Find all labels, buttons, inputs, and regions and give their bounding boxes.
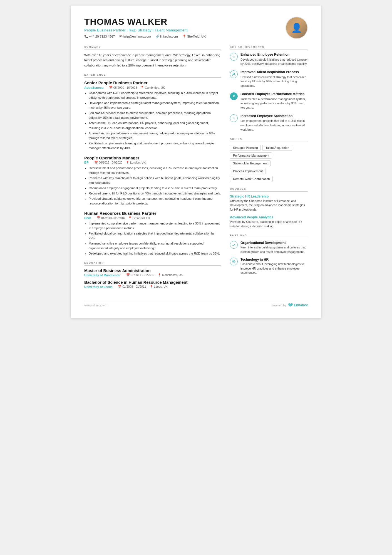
calendar-icon: 📅 [118, 285, 121, 288]
course-2-desc: Provided by Coursera, teaching in-depth … [230, 220, 308, 229]
course-1-title: Strategic HR Leadership [230, 194, 308, 198]
job-2-location: 📍 London, UK [126, 161, 145, 164]
achievement-1-desc: Developed strategic initiatives that red… [240, 58, 308, 66]
achievement-4-desc: Led engagement projects that led to a 15… [240, 119, 308, 132]
passions-section: PASSIONS Organisational Development Keen… [230, 234, 308, 275]
job-1: Senior People Business Partner AstraZene… [84, 80, 221, 151]
achievement-4: ☆ Increased Employee Satisfaction Led en… [230, 114, 308, 132]
bullet: Acted as the UK lead on international HR… [89, 121, 221, 130]
achievement-1: ☆ Enhanced Employee Retention Developed … [230, 53, 308, 66]
job-3-dates: 📅 01/2013 - 05/2016 [97, 216, 125, 220]
passion-1-desc: Keen interest in building systems and cu… [240, 245, 308, 254]
job-3-location: 📍 Brentford, UK [128, 216, 150, 220]
bullet: Oversaw talent and performance processes… [89, 166, 221, 175]
bullet: Partnered with key stakeholders to align… [89, 176, 221, 185]
right-column: KEY ACHIEVEMENTS ☆ Enhanced Employee Ret… [230, 46, 308, 294]
achievement-3-desc: Implemented a performance management sys… [240, 97, 308, 110]
passion-2-content: Technology in HR Passionate about levera… [240, 258, 308, 275]
linkedin-contact: 🔗 linkedin.com [155, 34, 178, 38]
bullet: Championed employee engagement projects,… [89, 186, 221, 191]
passion-2: Technology in HR Passionate about levera… [230, 258, 308, 275]
courses-section: COURSES Strategic HR Leadership Offered … [230, 188, 308, 229]
bullet: Facilitated comprehensive learning and d… [89, 141, 221, 151]
skills-label: SKILLS [230, 138, 308, 142]
edu-2-dates-loc: 📅 01/2008 - 01/2011 📍 Leeds, UK [118, 285, 167, 288]
achievement-3-icon: ♥ [230, 92, 238, 100]
job-2-dates-loc: 📅 06/2016 - 04/2020 📍 London, UK [94, 161, 146, 164]
experience-label: EXPERIENCE [84, 73, 221, 78]
candidate-title: People Business Partner | R&D Strategy |… [84, 28, 286, 32]
body-layout: SUMMARY With over 10 years of experience… [84, 46, 308, 294]
job-1-dates-loc: 📅 05/2020 - 10/2023 📍 Cambridge, UK [109, 86, 165, 89]
job-1-title: Senior People Business Partner [84, 80, 221, 85]
bullet: Implemented comprehensive performance ma… [89, 221, 221, 231]
achievement-2-icon [230, 70, 238, 78]
edu-1-degree: Master of Business Administration [84, 268, 221, 273]
linkedin-icon: 🔗 [155, 34, 159, 38]
job-1-dates: 📅 05/2020 - 10/2023 [109, 86, 137, 89]
edu-2-degree: Bachelor of Science in Human Resource Ma… [84, 280, 221, 285]
job-2-title: People Operations Manager [84, 156, 221, 160]
avatar-image: 👤 [286, 17, 307, 38]
summary-section: SUMMARY With over 10 years of experience… [84, 46, 221, 68]
pin-icon: 📍 [126, 161, 129, 164]
job-1-meta: AstraZeneca 📅 05/2020 - 10/2023 📍 Cambri… [84, 86, 221, 89]
header-left: THOMAS WALKER People Business Partner | … [84, 17, 286, 38]
skill-stakeholder-engagement: Stakeholder Engagement [230, 160, 271, 166]
pin-icon: 📍 [128, 216, 132, 220]
calendar-icon: 📅 [126, 273, 130, 277]
footer: www.enhancv.com Powered by Enhancv [84, 301, 308, 307]
edu-1-dates: 📅 01/2011 - 01/2012 [126, 273, 154, 277]
bullet: Managed sensitive employee issues confid… [89, 241, 221, 251]
achievement-3: ♥ Boosted Employee Performance Metrics I… [230, 92, 308, 110]
course-1-desc: Offered by the Chartered Institute of Pe… [230, 199, 308, 212]
job-3-title: Human Resources Business Partner [84, 211, 221, 216]
course-1: Strategic HR Leadership Offered by the C… [230, 194, 308, 212]
edu-2-dates: 📅 01/2008 - 01/2011 [118, 285, 146, 288]
skill-talent-acquisition: Talent Acquisition [262, 145, 292, 151]
candidate-name: THOMAS WALKER [84, 17, 286, 27]
skill-strategic-planning: Strategic Planning [230, 145, 261, 151]
job-2: People Operations Manager BP 📅 06/2016 -… [84, 156, 221, 206]
achievements-section: KEY ACHIEVEMENTS ☆ Enhanced Employee Ret… [230, 46, 308, 132]
avatar: 👤 [286, 17, 308, 39]
achievements-label: KEY ACHIEVEMENTS [230, 46, 308, 50]
edu-2-location: 📍 Leeds, UK [150, 285, 168, 288]
education-section: EDUCATION Master of Business Administrat… [84, 262, 221, 288]
edu-1-dates-loc: 📅 01/2011 - 01/2012 📍 Manchester, UK [126, 273, 183, 277]
resume-page: THOMAS WALKER People Business Partner | … [71, 6, 321, 318]
svg-point-1 [233, 261, 234, 262]
phone-contact: 📞 +44 20 7123 4567 [84, 34, 115, 38]
course-2-title: Advanced People Analytics [230, 215, 308, 219]
achievement-4-icon: ☆ [230, 114, 238, 122]
achievement-2-title: Improved Talent Acquisition Process [240, 70, 308, 75]
job-3: Human Resources Business Partner GSK 📅 0… [84, 211, 221, 256]
skill-process-improvement: Process Improvement [230, 168, 266, 174]
education-label: EDUCATION [84, 262, 221, 266]
bullet: Reduced time-to-fill for R&D positions b… [89, 191, 221, 196]
edu-1-location: 📍 Manchester, UK [158, 273, 183, 277]
achievement-3-content: Boosted Employee Performance Metrics Imp… [240, 92, 308, 110]
skills-section: SKILLS Strategic Planning Talent Acquisi… [230, 138, 308, 182]
bullet: Developed and implemented a strategic ta… [89, 101, 221, 110]
job-3-company: GSK [84, 216, 91, 220]
job-1-company: AstraZeneca [84, 86, 103, 89]
job-2-company: BP [84, 161, 89, 164]
experience-section: EXPERIENCE Senior People Business Partne… [84, 73, 221, 256]
job-1-bullets: Collaborated with R&D leadership to stre… [84, 91, 221, 151]
summary-label: SUMMARY [84, 46, 221, 50]
edu-2: Bachelor of Science in Human Resource Ma… [84, 280, 221, 288]
edu-1-school: University of Manchester [84, 273, 121, 277]
achievement-1-content: Enhanced Employee Retention Developed st… [240, 53, 308, 66]
summary-text: With over 10 years of experience in peop… [84, 53, 221, 68]
achievement-1-title: Enhanced Employee Retention [240, 53, 308, 57]
skills-grid: Strategic Planning Talent Acquisition Pe… [230, 145, 308, 182]
location-contact: 📍 Sheffield, UK [182, 34, 206, 38]
passions-label: PASSIONS [230, 234, 308, 238]
passion-2-icon [230, 258, 238, 265]
job-3-dates-loc: 📅 01/2013 - 05/2016 📍 Brentford, UK [97, 216, 150, 220]
job-1-location: 📍 Cambridge, UK [140, 86, 165, 89]
bullet: Provided strategic guidance on workforce… [89, 196, 221, 206]
passion-1-title: Organisational Development [240, 241, 308, 245]
email-icon: ✉ [119, 34, 122, 38]
